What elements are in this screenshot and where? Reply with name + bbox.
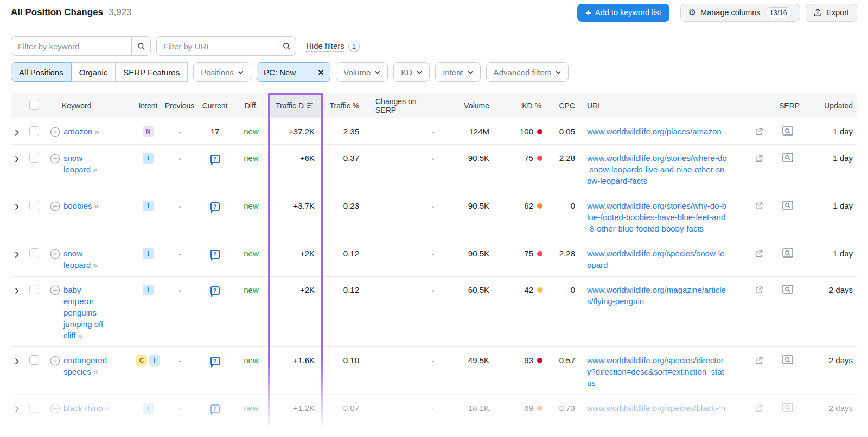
keyword-filter-input[interactable] (11, 36, 131, 56)
header-current[interactable]: Current (195, 101, 234, 110)
serp-feature-question-icon[interactable]: ? (210, 357, 220, 365)
add-keyword-icon[interactable] (50, 153, 60, 164)
serp-preview-icon[interactable] (782, 126, 793, 136)
expand-row-chevron-icon[interactable] (15, 129, 19, 136)
expand-row-chevron-icon[interactable] (15, 358, 19, 365)
url-link[interactable]: www.worldwildlife.org/species/black-rh (587, 402, 727, 414)
segment-all-positions[interactable]: All Positions (11, 62, 72, 82)
pc-new-filter-chip[interactable]: PC: New (257, 62, 330, 82)
keyword-detail-arrows-icon[interactable]: » (93, 260, 97, 269)
serp-preview-icon[interactable] (782, 403, 793, 412)
serp-feature-question-icon[interactable]: ? (210, 155, 220, 163)
serp-feature-question-icon[interactable]: ? (210, 404, 220, 413)
keyword-detail-arrows-icon[interactable]: » (93, 367, 98, 376)
url-link[interactable]: www.worldwildlife.org/magazine/articles/… (587, 284, 727, 307)
row-checkbox[interactable] (29, 248, 39, 258)
segment-serp-features[interactable]: SERP Features (115, 62, 188, 82)
hide-filters-link[interactable]: Hide filters 1 (306, 41, 360, 52)
serp-preview-icon[interactable] (782, 201, 793, 210)
keyword-link[interactable]: amazon (63, 127, 92, 136)
keyword-link[interactable]: snow leopard (63, 249, 91, 269)
table-row: black rhino » I ? new +1.2K 0.07 18.1K 6… (11, 394, 857, 421)
keyword-detail-arrows-icon[interactable]: » (93, 165, 97, 174)
keyword-link[interactable]: baby emperor penguins jumping off cliff (63, 285, 103, 340)
header-volume[interactable]: Volume (435, 101, 489, 110)
export-button[interactable]: Export (806, 4, 857, 22)
advanced-filters-dropdown[interactable]: Advanced filters (486, 62, 569, 82)
row-checkbox[interactable] (29, 285, 39, 294)
serp-preview-icon[interactable] (782, 355, 793, 364)
add-keyword-icon[interactable] (50, 249, 60, 259)
add-keyword-icon[interactable] (50, 403, 60, 414)
keyword-link[interactable]: black rhino (63, 403, 103, 413)
header-traffic-diff[interactable]: Traffic D (268, 93, 323, 118)
expand-row-chevron-icon[interactable] (15, 287, 19, 294)
url-link[interactable]: www.worldwildlife.org/stories/where-do-s… (587, 152, 727, 187)
keyword-detail-arrows-icon[interactable]: » (95, 127, 99, 136)
keyword-link[interactable]: endangered species (63, 356, 107, 376)
row-checkbox[interactable] (29, 201, 39, 210)
keyword-detail-arrows-icon[interactable]: » (94, 201, 99, 210)
header-intent[interactable]: Intent (132, 101, 164, 110)
external-link-icon[interactable] (755, 286, 763, 294)
serp-preview-icon[interactable] (782, 248, 793, 258)
keyword-detail-arrows-icon[interactable]: » (105, 403, 110, 413)
row-checkbox[interactable] (29, 355, 39, 365)
add-keyword-icon[interactable] (50, 356, 60, 366)
header-keyword[interactable]: Keyword (46, 101, 132, 110)
keyword-link[interactable]: snow leopard (63, 153, 91, 174)
add-keyword-icon[interactable] (50, 201, 60, 211)
add-keyword-icon[interactable] (50, 285, 60, 295)
url-link[interactable]: www.worldwildlife.org/places/amazon (587, 126, 727, 137)
url-link[interactable]: www.worldwildlife.org/species/snow-leopa… (587, 248, 727, 271)
add-to-keyword-list-button[interactable]: + Add to keyword list (577, 4, 669, 22)
external-link-icon[interactable] (755, 250, 763, 258)
url-filter-input[interactable] (156, 36, 277, 56)
external-link-icon[interactable] (755, 202, 763, 210)
url-search-button[interactable] (277, 36, 296, 56)
expand-row-chevron-icon[interactable] (15, 156, 19, 163)
kd-filter-dropdown[interactable]: KD (393, 62, 430, 82)
serp-preview-icon[interactable] (782, 285, 793, 294)
header-cpc[interactable]: CPC (544, 101, 577, 110)
expand-row-chevron-icon[interactable] (15, 203, 19, 210)
header-traffic-pct[interactable]: Traffic % (323, 101, 365, 110)
positions-filter-dropdown[interactable]: Positions (193, 62, 251, 82)
intent-filter-dropdown[interactable]: Intent (435, 62, 481, 82)
expand-row-chevron-icon[interactable] (15, 251, 19, 258)
external-link-icon[interactable] (755, 404, 763, 412)
external-link-icon[interactable] (755, 155, 763, 162)
select-all-checkbox[interactable] (29, 100, 39, 110)
url-link[interactable]: www.worldwildlife.org/stories/why-do-blu… (587, 200, 727, 234)
header-changes-on-serp[interactable]: Changes on SERP (365, 97, 435, 114)
keyword-search-button[interactable] (131, 36, 151, 56)
row-checkbox[interactable] (29, 403, 39, 413)
volume-filter-dropdown[interactable]: Volume (336, 62, 388, 82)
keyword-detail-arrows-icon[interactable]: » (78, 331, 82, 340)
serp-preview-icon[interactable] (782, 153, 793, 162)
search-icon (137, 42, 145, 50)
changes-on-serp-dot (432, 254, 434, 255)
row-checkbox[interactable] (29, 153, 39, 163)
header-serp[interactable]: SERP (770, 101, 801, 110)
header-diff[interactable]: Diff. (234, 101, 268, 110)
header-previous[interactable]: Previous (164, 101, 195, 110)
serp-feature-question-icon[interactable]: ? (210, 286, 220, 295)
segment-organic[interactable]: Organic (71, 62, 116, 82)
gear-icon: ⚙ (688, 8, 696, 17)
traffic-diff-value: +37.2K (268, 118, 323, 143)
expand-row-chevron-icon[interactable] (15, 406, 19, 413)
url-link[interactable]: www.worldwildlife.org/species/directory?… (587, 355, 727, 389)
header-kd[interactable]: KD % (489, 101, 544, 110)
keyword-link[interactable]: boobies (63, 201, 92, 210)
header-url[interactable]: URL (577, 101, 770, 110)
external-link-icon[interactable] (755, 128, 763, 136)
external-link-icon[interactable] (755, 357, 763, 364)
serp-feature-question-icon[interactable]: ? (210, 202, 220, 211)
add-keyword-icon[interactable] (50, 127, 60, 137)
row-checkbox[interactable] (29, 126, 39, 136)
manage-columns-button[interactable]: ⚙ Manage columns 13/16 (680, 4, 800, 22)
header-updated[interactable]: Updated (801, 101, 857, 110)
serp-feature-question-icon[interactable]: ? (210, 250, 220, 259)
remove-filter-button[interactable] (311, 62, 330, 82)
